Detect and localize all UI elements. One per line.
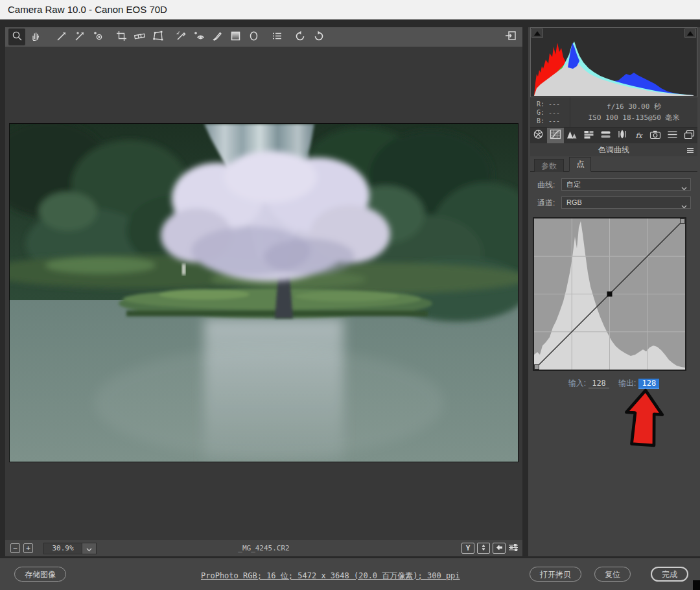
input-label: 输入: [568, 379, 586, 388]
adjustment-brush-tool[interactable] [209, 29, 226, 45]
input-output-row: 输入:128输出:128 [530, 378, 697, 390]
level-icon [134, 30, 146, 44]
targeted-adjustment-tool[interactable] [89, 29, 106, 45]
zoom-in-button[interactable]: + [23, 543, 33, 553]
workflow-options-link[interactable]: ProPhoto RGB; 16 位; 5472 x 3648 (20.0 百万… [201, 571, 460, 582]
exif-iso-lens: ISO 100 18-135@50 毫米 [570, 112, 697, 123]
tab-lens-corrections[interactable] [614, 128, 631, 143]
preferences-button[interactable] [268, 29, 285, 45]
b-value: --- [548, 117, 560, 124]
channel-select-value: RGB [566, 198, 582, 206]
window-corner [693, 580, 700, 590]
arrow-left-icon [496, 545, 503, 552]
save-image-button[interactable]: 存储图像 [14, 567, 66, 582]
triangles-icon [566, 130, 578, 142]
curve-select[interactable]: 自定 [561, 178, 691, 191]
zoom-tool[interactable] [8, 29, 25, 45]
curve-row: 曲线: 自定 [530, 178, 697, 191]
chevron-down-icon [681, 183, 687, 194]
eyedropper-icon [56, 30, 67, 44]
eyedropper-plus-icon [75, 30, 86, 44]
tab-snapshots[interactable] [681, 128, 697, 143]
preview-canvas [5, 47, 522, 540]
transform-tool[interactable] [149, 29, 166, 45]
panel-title: 色调曲线 [530, 143, 697, 156]
tab-basic[interactable] [530, 128, 547, 143]
ellipse-icon [248, 30, 259, 44]
done-button[interactable]: 完成 [651, 567, 688, 582]
tone-curve-tabbar: 参数 点 [530, 157, 697, 172]
aperture-icon [533, 129, 544, 142]
open-copy-button[interactable]: 打开拷贝 [530, 567, 581, 582]
output-field[interactable]: 128 [638, 379, 659, 389]
before-after-y-glyph: Y [466, 545, 471, 552]
histogram [530, 27, 697, 97]
tab-camera-calibration[interactable] [648, 128, 664, 143]
eye-plus-icon [193, 30, 205, 44]
swap-before-after-button[interactable] [477, 543, 490, 554]
channel-select[interactable]: RGB [561, 196, 691, 209]
tab-hsl-grayscale[interactable] [580, 128, 597, 143]
window-title: Camera Raw 10.0 - Canon EOS 70D [0, 0, 700, 19]
rotate-left-button[interactable] [292, 29, 309, 45]
right-panel: R: --- G: --- B: --- f/16 30.00 秒 ISO 10… [528, 27, 700, 556]
before-after-toggle-button[interactable]: Y [461, 543, 474, 554]
fullscreen-icon [505, 30, 517, 44]
spot-removal-tool[interactable] [172, 29, 189, 45]
g-value: --- [548, 109, 560, 116]
layers-icon [684, 130, 695, 142]
radial-filter-tool[interactable] [245, 29, 262, 45]
crop-icon [116, 30, 127, 44]
exif-readout: f/16 30.00 秒 ISO 100 18-135@50 毫米 [570, 97, 697, 127]
tab-effects[interactable]: fx [631, 128, 648, 143]
tab-split-toning[interactable] [597, 128, 614, 143]
target-circle-icon [93, 30, 104, 44]
preview-image[interactable] [9, 123, 519, 462]
tab-parametric[interactable]: 参数 [534, 159, 564, 172]
color-sampler-tool[interactable] [71, 29, 88, 45]
tab-point[interactable]: 点 [569, 157, 591, 172]
hand-tool[interactable] [27, 29, 43, 45]
tone-curve-icon [550, 129, 561, 142]
channel-row: 通道: RGB [530, 196, 697, 209]
toolbar [5, 27, 522, 47]
rotate-ccw-icon [295, 30, 306, 44]
exif-exposure: f/16 30.00 秒 [570, 101, 697, 112]
highlight-clipping-button[interactable] [684, 29, 696, 38]
fx-icon: fx [636, 132, 642, 140]
shadow-clipping-button[interactable] [531, 29, 543, 38]
input-field[interactable]: 128 [589, 379, 609, 388]
title-bar: Camera Raw 10.0 - Canon EOS 70D [0, 0, 700, 19]
tab-tone-curve[interactable] [547, 128, 564, 143]
graduated-filter-tool[interactable] [227, 29, 244, 45]
lens-icon [618, 129, 627, 142]
copy-settings-button[interactable] [493, 543, 506, 554]
zoom-level-select[interactable]: 30.9% [43, 543, 97, 554]
tone-curve-graph[interactable] [533, 217, 686, 371]
panel-menu-icon[interactable] [687, 148, 694, 154]
transform-frame-icon [152, 30, 163, 44]
chevron-down-icon [681, 201, 687, 212]
list-icon [272, 30, 283, 44]
panel-header: 色调曲线 [530, 143, 697, 156]
crop-tool[interactable] [113, 29, 130, 45]
zoom-level-dropdown-button[interactable] [82, 543, 97, 554]
reset-button[interactable]: 复位 [594, 567, 631, 582]
zoom-out-button[interactable]: − [10, 543, 20, 553]
red-eye-tool[interactable] [191, 29, 207, 45]
tab-detail[interactable] [564, 128, 581, 143]
white-balance-tool[interactable] [53, 29, 70, 45]
tab-presets[interactable] [664, 128, 681, 143]
rgb-readout: R: --- G: --- B: --- [530, 97, 570, 127]
healing-brush-icon [176, 30, 187, 44]
preview-preferences-button[interactable] [508, 543, 519, 554]
straighten-tool[interactable] [131, 29, 148, 45]
zoom-level-value[interactable]: 30.9% [43, 543, 82, 554]
output-label: 输出: [618, 379, 636, 388]
histogram-graph [531, 38, 696, 96]
toggle-fullscreen-button[interactable] [502, 29, 519, 45]
rotate-right-button[interactable] [310, 29, 327, 45]
color-bands-icon [583, 130, 594, 142]
r-value: --- [548, 100, 560, 108]
curve-label: 曲线: [537, 178, 555, 191]
